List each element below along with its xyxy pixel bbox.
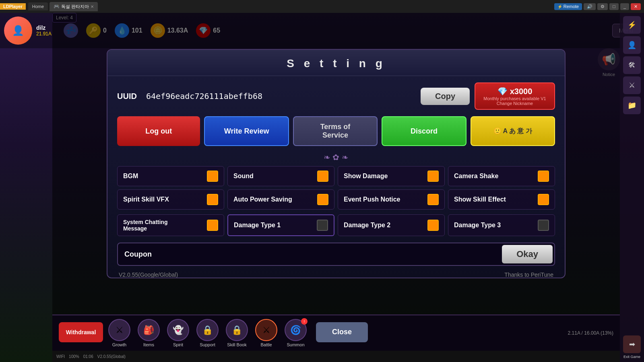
nav-skillbook[interactable]: 🔒 Skill Book	[224, 319, 250, 347]
setting-auto-power: Auto Power Saving	[227, 189, 334, 210]
sound-toggle[interactable]	[317, 171, 328, 182]
tab-close-icon[interactable]: ✕	[91, 4, 94, 9]
sound-icon[interactable]: 🔊	[584, 3, 596, 10]
sidebar-right-icon-5[interactable]: 📁	[623, 97, 641, 114]
nav-support[interactable]: 🔒 Support	[194, 319, 221, 347]
bottom-bar: Withdrawal ⚔ Growth 🎒 Items 👻 Spirit 🔒 S…	[52, 315, 620, 351]
setting-sound: Sound	[227, 166, 334, 186]
nav-battle[interactable]: ⚔ Battle	[253, 319, 279, 347]
summon-badge: !	[301, 318, 308, 325]
growth-icon: ⚔	[108, 319, 130, 341]
show-damage-toggle[interactable]	[427, 171, 439, 182]
exit-game-area[interactable]: ➡ Exit Game	[623, 335, 641, 359]
summon-label: Summon	[287, 342, 304, 347]
show-skill-label: Show Skill Effect	[454, 196, 506, 203]
spirit-icon: 👻	[167, 319, 189, 341]
support-label: Support	[200, 342, 215, 347]
dmg-type3-label: Damage Type 3	[454, 222, 501, 229]
dmg-type3-toggle[interactable]	[538, 220, 549, 231]
event-push-label: Event Push Notice	[344, 196, 400, 203]
skillbook-icon: 🔒	[226, 319, 248, 341]
gems-button[interactable]: 💎 x3000 Monthly purchases available V1Ch…	[475, 82, 555, 110]
right-sidebar: ⚡ 👤 🛠 ⚔ 📁 ➡ Exit Game	[620, 13, 644, 362]
discord-button[interactable]: Discord	[382, 116, 466, 146]
event-push-toggle[interactable]	[427, 194, 439, 205]
coupon-input[interactable]	[161, 247, 498, 261]
sound-label: Sound	[233, 173, 254, 180]
nav-items[interactable]: 🎒 Items	[136, 319, 162, 347]
show-skill-toggle[interactable]	[538, 194, 549, 205]
thanks-text: Thanks to PeriTune	[504, 272, 553, 278]
setting-show-damage: Show Damage	[338, 166, 445, 186]
coupon-label: Coupon	[124, 250, 157, 259]
resource-bar: 2.11A / 16.00A (13%)	[568, 330, 613, 336]
uuid-label: UUID	[117, 92, 141, 101]
bgm-toggle[interactable]	[207, 171, 218, 182]
nav-spirit[interactable]: 👻 Spirit	[165, 319, 191, 347]
coupon-row: Coupon Okay	[117, 243, 555, 266]
settings-icon[interactable]: ⚙	[597, 3, 608, 10]
uuid-row: UUID 64ef96eadc726111abeffb68 Copy 💎 x30…	[117, 82, 555, 110]
skillbook-label: Skill Book	[227, 342, 246, 347]
spirit-vfx-toggle[interactable]	[207, 194, 218, 205]
nav-growth[interactable]: ⚔ Growth	[106, 319, 132, 347]
setting-event-push: Event Push Notice	[338, 189, 445, 210]
divider-ornament: ❧ ✿ ❧	[117, 152, 555, 162]
sidebar-right-icon-1[interactable]: ⚡	[623, 16, 641, 34]
player-level-value: 21.91A	[36, 31, 52, 37]
player-name: dilz	[36, 25, 52, 31]
close-button[interactable]: Close	[316, 322, 368, 342]
setting-spirit-vfx: Spirit Skill VFX	[117, 189, 224, 210]
player-info: dilz 21.91A	[36, 25, 52, 37]
player-avatar: 👤	[4, 16, 32, 45]
camera-shake-toggle[interactable]	[538, 171, 549, 182]
tab-game[interactable]: 🎮 독설 판타지아 ✕	[50, 2, 98, 11]
top-bar: LDPlayer Home 🎮 독설 판타지아 ✕ ⚡ Remote 🔊 ⚙ □…	[0, 0, 644, 13]
wifi-status: WIFI	[56, 354, 65, 359]
nav-summon[interactable]: 🌀 ! Summon	[283, 319, 309, 347]
sidebar-right-icon-4[interactable]: ⚔	[623, 76, 641, 94]
summon-icon: 🌀 !	[285, 319, 307, 341]
version-status: V2.0.55(Global)	[97, 354, 126, 359]
logout-button[interactable]: Log out	[117, 116, 200, 146]
sidebar-right-icon-3[interactable]: 🛠	[623, 56, 641, 74]
items-icon: 🎒	[138, 319, 160, 341]
minimize-icon[interactable]: _	[620, 3, 629, 10]
auto-power-label: Auto Power Saving	[233, 196, 292, 203]
language-button[interactable]: 🙂 A あ 意 가	[471, 116, 555, 146]
tab-home[interactable]: Home	[28, 2, 48, 10]
action-row: Log out Write Review Terms ofService Dis…	[117, 116, 555, 146]
uuid-value: 64ef96eadc726111abeffb68	[146, 91, 416, 101]
version-text: V2.0.55(Google/Global)	[119, 272, 178, 278]
okay-button[interactable]: Okay	[502, 245, 553, 263]
gem-icon-btn: 💎	[497, 86, 508, 96]
gems-sub: Monthly purchases available V1Change Nic…	[483, 96, 546, 106]
setting-modal: S e t t i n g UUID 64ef96eadc726111abeff…	[107, 49, 566, 278]
copy-button[interactable]: Copy	[421, 88, 470, 105]
bgm-label: BGM	[123, 173, 138, 180]
gems-top: 💎 x3000	[497, 86, 533, 96]
terms-button[interactable]: Terms ofService	[293, 116, 378, 146]
dmg-type2-label: Damage Type 2	[344, 222, 390, 229]
app-logo: LDPlayer	[0, 3, 26, 10]
setting-show-skill: Show Skill Effect	[448, 189, 555, 210]
write-review-button[interactable]: Write Review	[204, 116, 289, 146]
setting-dmg-type2: Damage Type 2	[338, 214, 445, 236]
auto-power-toggle[interactable]	[317, 194, 328, 205]
gems-count: x3000	[510, 87, 533, 96]
sidebar-right-icon-2[interactable]: 👤	[623, 36, 641, 54]
setting-sys-chat: System ChattingMessage	[117, 214, 224, 236]
exit-game-icon[interactable]: ➡	[623, 335, 641, 353]
remote-button[interactable]: ⚡ Remote	[554, 3, 582, 10]
setting-dmg-type3: Damage Type 3	[448, 214, 555, 236]
dmg-type1-toggle[interactable]	[317, 220, 328, 231]
maximize-icon[interactable]: □	[609, 3, 619, 10]
sys-chat-toggle[interactable]	[207, 220, 218, 231]
modal-overlay: S e t t i n g UUID 64ef96eadc726111abeff…	[52, 13, 620, 315]
sys-chat-label: System ChattingMessage	[123, 219, 167, 232]
status-bar: WIFI 100% 01:06 V2.0.55(Global)	[52, 351, 620, 362]
dmg-type2-toggle[interactable]	[427, 220, 439, 231]
close-icon[interactable]: ✕	[631, 3, 641, 10]
withdrawal-button[interactable]: Withdrawal	[59, 322, 103, 342]
items-label: Items	[143, 342, 154, 347]
